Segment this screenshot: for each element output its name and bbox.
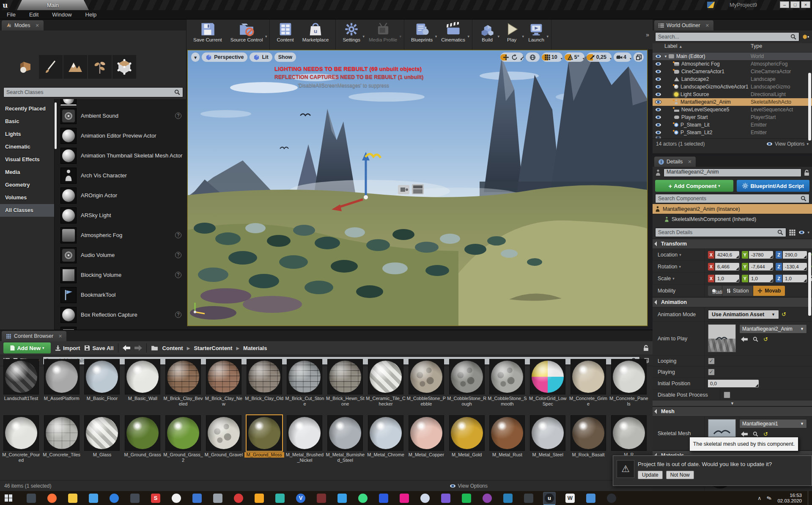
outliner-row-atmospheric-fog[interactable]: Atmospheric FogAtmosphericFog bbox=[653, 60, 812, 68]
help-icon[interactable]: ? bbox=[175, 272, 181, 278]
class-row-arch-vis-character[interactable]: Arch Vis Character bbox=[55, 166, 187, 185]
add-new-button[interactable]: Add New▾ bbox=[3, 342, 51, 353]
paint-mode-button[interactable] bbox=[39, 55, 63, 79]
scale-tool-button[interactable] bbox=[517, 54, 524, 61]
class-row-bookmarktool[interactable]: BookmarkTool bbox=[55, 285, 187, 305]
close-tab-icon[interactable]: ✕ bbox=[36, 23, 39, 28]
category-basic[interactable]: Basic bbox=[0, 115, 54, 128]
initial-position-field[interactable]: 0,0 bbox=[708, 380, 759, 387]
camera-mode-button[interactable]: Perspective bbox=[202, 52, 247, 62]
taskbar-app-icon[interactable] bbox=[377, 492, 390, 505]
reset-mesh[interactable]: ↺ bbox=[763, 431, 768, 437]
asset-tile-m_ground_grass[interactable]: M_Ground_Grass bbox=[122, 414, 163, 470]
outliner-row-mantafliegeani2_anim[interactable]: Mantafliegeani2_AnimSkeletalMeshActo bbox=[653, 98, 812, 106]
toolbar-overflow-button[interactable]: » bbox=[642, 31, 653, 38]
taskbar-app-icon[interactable] bbox=[584, 492, 597, 505]
menu-edit[interactable]: Edit bbox=[22, 10, 45, 19]
taskbar-app-icon[interactable] bbox=[66, 492, 79, 505]
taskbar-app-icon[interactable] bbox=[439, 492, 452, 505]
tab-world-outliner[interactable]: World Outliner✕ bbox=[654, 20, 713, 30]
back-button[interactable] bbox=[123, 345, 130, 351]
add-actor-icon[interactable] bbox=[802, 33, 809, 40]
asset-tile-landschaft1test[interactable]: Landschaft1Test bbox=[1, 357, 41, 414]
category-recently-placed[interactable]: Recently Placed bbox=[0, 102, 54, 115]
class-row-animation-editor-preview-actor[interactable]: Animation Editor Preview Actor bbox=[55, 126, 187, 146]
close-tab-icon[interactable]: ✕ bbox=[688, 159, 691, 165]
visibility-eye-icon[interactable] bbox=[655, 100, 661, 104]
taskbar-app-icon[interactable] bbox=[46, 492, 58, 505]
taskbar-app-icon[interactable] bbox=[357, 492, 369, 505]
asset-tile-m_basic_wall[interactable]: M_Basic_Wall bbox=[122, 357, 163, 414]
save-current-button[interactable]: Save Current bbox=[189, 19, 226, 50]
rotation-y-field[interactable]: -7,644 bbox=[749, 263, 773, 270]
save-all-button[interactable]: Save All bbox=[84, 345, 113, 351]
close-tab-icon[interactable]: ✕ bbox=[705, 23, 709, 28]
visibility-eye-icon[interactable] bbox=[655, 92, 661, 97]
visibility-eye-icon[interactable] bbox=[655, 54, 661, 58]
taskbar-app-icon[interactable] bbox=[502, 492, 514, 505]
column-label[interactable]: Label ▲ bbox=[653, 43, 751, 52]
asset-tile-m_metal_burnished_steel[interactable]: M_Metal_Burnished_Steel bbox=[325, 414, 365, 470]
minimize-button[interactable]: – bbox=[780, 1, 789, 8]
start-button[interactable] bbox=[0, 491, 17, 505]
help-icon[interactable]: ? bbox=[175, 252, 181, 258]
landscape-mode-button[interactable] bbox=[63, 55, 87, 79]
grid-snap-value[interactable]: 10 bbox=[550, 54, 559, 60]
taskbar-app-icon[interactable] bbox=[129, 492, 141, 505]
looping-checkbox[interactable]: ✓ bbox=[708, 358, 715, 364]
section-transform[interactable]: Transform bbox=[653, 239, 812, 249]
asset-tile-m_brick_clay_old[interactable]: M_Brick_Clay_Old bbox=[244, 357, 285, 414]
close-tab-icon[interactable]: ✕ bbox=[58, 334, 62, 339]
class-row-ambient-sound[interactable]: Ambient Sound? bbox=[55, 106, 187, 126]
breadcrumb-startercontent[interactable]: StarterContent bbox=[194, 345, 232, 351]
details-scrollbar[interactable] bbox=[808, 252, 811, 316]
lit-mode-button[interactable]: Lit bbox=[250, 52, 272, 62]
outliner-row-landscape2[interactable]: Landscape2Landscape bbox=[653, 75, 812, 83]
asset-tile-m_glass[interactable]: M_Glass bbox=[82, 414, 123, 470]
asset-tile-m_colorgrid_lowspec[interactable]: M_ColorGrid_LowSpec bbox=[527, 357, 568, 414]
taskbar-app-icon[interactable]: S bbox=[149, 492, 162, 505]
outliner-row-main--editor-[interactable]: ▼Main (Editor)World bbox=[653, 52, 812, 60]
reset-anim[interactable]: ↺ bbox=[763, 336, 768, 342]
asset-tile-m_concrete_poured[interactable]: M_Concrete_Poured bbox=[1, 414, 41, 470]
class-row-atmospheric-fog[interactable]: Atmospheric Fog? bbox=[55, 225, 187, 245]
class-row-blocking-volume[interactable]: Blocking Volume? bbox=[55, 265, 187, 285]
lock-content-icon[interactable] bbox=[643, 345, 649, 351]
column-type[interactable]: Type bbox=[751, 43, 812, 52]
view-options-button[interactable]: View Options▾ bbox=[766, 141, 809, 147]
blueprint-add-script-button[interactable]: Blueprint/Add Script bbox=[737, 180, 809, 192]
disable-post-checkbox[interactable] bbox=[724, 392, 730, 398]
taskbar-app-icon[interactable] bbox=[253, 492, 266, 505]
asset-tile-m_cobblestone_pebble[interactable]: M_CobbleStone_Pebble bbox=[406, 357, 447, 414]
taskbar-app-icon[interactable]: V bbox=[294, 492, 307, 505]
breadcrumb-materials[interactable]: Materials bbox=[243, 345, 267, 351]
asset-tile-m_metal_gold[interactable]: M_Metal_Gold bbox=[447, 414, 487, 470]
import-button[interactable]: Import bbox=[55, 345, 80, 351]
taskbar-app-icon[interactable] bbox=[481, 492, 494, 505]
category-volumes[interactable]: Volumes bbox=[0, 191, 54, 204]
outliner-row-landscapegizmoactiveactor1[interactable]: LandscapeGizmoActiveActor1LandscapeGizmo bbox=[653, 83, 812, 91]
asset-tile-m_ground_grass_2[interactable]: M_Ground_Grass_2 bbox=[163, 414, 203, 470]
class-row-audio-volume[interactable]: Audio Volume? bbox=[55, 245, 187, 265]
tray-expand-icon[interactable]: ʌ bbox=[758, 495, 761, 501]
use-selected-icon[interactable] bbox=[741, 431, 748, 437]
taskbar-app-icon[interactable] bbox=[419, 492, 431, 505]
category-media[interactable]: Media bbox=[0, 166, 54, 179]
visibility-eye-icon[interactable] bbox=[655, 77, 661, 81]
taskbar-app-icon[interactable] bbox=[605, 492, 618, 505]
menu-file[interactable]: File bbox=[0, 10, 22, 19]
taskbar-unreal-engine-icon[interactable]: u bbox=[543, 492, 556, 505]
breadcrumb-content[interactable]: Content bbox=[162, 345, 183, 351]
scale-z-field[interactable]: 1,0 bbox=[783, 275, 807, 282]
asset-tile-m_brick_clay_beveled[interactable]: M_Brick_Clay_Beveled bbox=[163, 357, 203, 414]
component-instance-row[interactable]: Mantafliegeani2_Anim (Instance) bbox=[653, 204, 812, 214]
rotate-tool-button[interactable] bbox=[509, 54, 515, 61]
visibility-eye-icon[interactable] bbox=[655, 123, 661, 127]
taskbar-app-icon[interactable] bbox=[232, 492, 245, 505]
asset-tile-m_ground_moss[interactable]: M_Ground_Moss bbox=[244, 414, 285, 470]
scale-label[interactable]: Scale▾ bbox=[653, 273, 705, 284]
asset-tile-m_cobblestone_rough[interactable]: M_CobbleStone_Rough bbox=[447, 357, 487, 414]
scale-snap-value[interactable]: 0,25 bbox=[595, 54, 608, 60]
level-tab[interactable]: Main bbox=[17, 0, 89, 10]
maximize-viewport-button[interactable] bbox=[634, 52, 644, 62]
